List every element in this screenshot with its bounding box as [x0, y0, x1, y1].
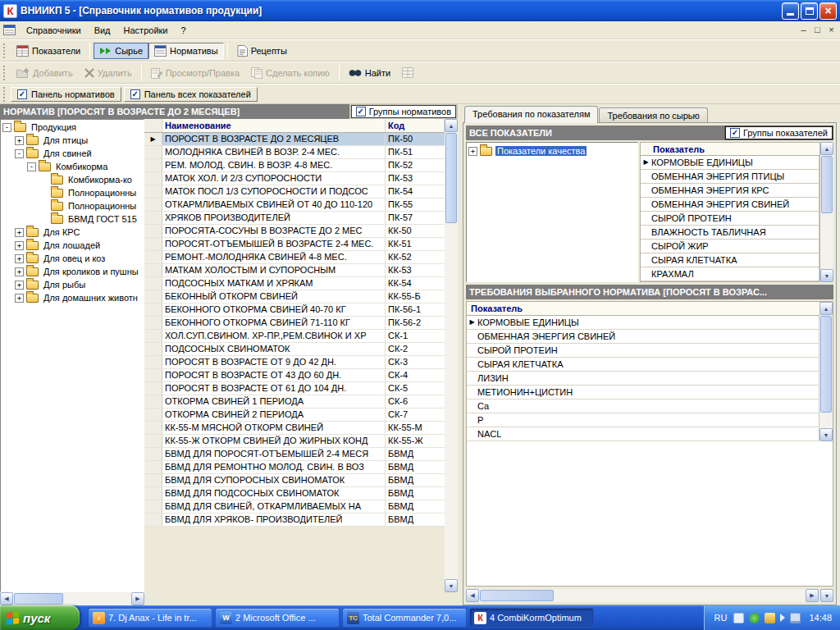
tree-expander-icon[interactable]: +: [15, 294, 24, 303]
scrollbar-thumb[interactable]: [14, 593, 63, 605]
norm-table-row[interactable]: БВМД ДЛЯ СВИНЕЙ, ОТКАРМЛИВАЕМЫХ НА БВМД: [144, 500, 445, 514]
minimize-button[interactable]: [782, 2, 799, 20]
tree-item[interactable]: + Для домашних животн: [1, 291, 144, 304]
requirement-row[interactable]: СЫРОЙ ПРОТЕИН: [467, 344, 819, 358]
indicator-groups-button[interactable]: Группы показателей: [725, 126, 833, 139]
norm-table-row[interactable]: МАТОК ПОСЛ 1/3 СУПОРОСНОСТИ И ПОДСОС ПК-…: [144, 185, 445, 199]
norm-table-row[interactable]: ПОДСОСНЫХ СВИНОМАТОК СК-2: [144, 343, 445, 356]
norm-table-row[interactable]: ОТКАРМЛИВАЕМЫХ СВИНЕЙ ОТ 40 ДО 110-120 П…: [144, 199, 445, 212]
panel-all-indicators-toggle[interactable]: Панель всех показателей: [124, 87, 258, 102]
norm-table-row[interactable]: БЕКОННЫЙ ОТКОРМ СВИНЕЙ КК-55-Б: [144, 290, 445, 304]
scrollbar-thumb[interactable]: [445, 133, 457, 223]
tree-expander-icon[interactable]: +: [468, 147, 477, 156]
indicator-row[interactable]: КРАХМАЛ: [641, 267, 819, 281]
tree-expander-icon[interactable]: +: [15, 241, 24, 250]
tree-expander-icon[interactable]: -: [2, 123, 11, 132]
norm-table-row[interactable]: ХРЯКОВ ПРОИЗВОДИТЕЛЕЙ ПК-57: [144, 212, 445, 225]
requirement-row[interactable]: Р: [467, 413, 819, 427]
requirement-row[interactable]: NACL: [467, 427, 819, 441]
mdi-restore-button[interactable]: □: [810, 24, 824, 36]
toolbar-gripper[interactable]: [3, 43, 7, 58]
start-button[interactable]: пуск: [0, 605, 80, 630]
taskbar-task-total-commander[interactable]: TC Total Commander 7,0...: [342, 608, 467, 628]
tree-item[interactable]: Комбикорма-ко: [1, 173, 144, 186]
tree-item[interactable]: БВМД ГОСТ 515: [1, 212, 144, 226]
scrollbar-thumb[interactable]: [480, 590, 554, 601]
norm-table-row[interactable]: КК-55-Ж ОТКОРМ СВИНЕЙ ДО ЖИРНЫХ КОНД КК-…: [144, 435, 445, 448]
recipes-button[interactable]: Рецепты: [231, 43, 293, 59]
requirements-horizontal-scrollbar[interactable]: ◀ ▶: [466, 589, 819, 602]
requirement-row[interactable]: СЫРАЯ КЛЕТЧАТКА: [467, 358, 819, 372]
language-indicator[interactable]: RU: [714, 613, 728, 623]
scroll-right-button[interactable]: ▶: [131, 592, 144, 605]
norm-table-row[interactable]: МАТКАМ ХОЛОСТЫМ И СУПОРОСНЫМ КК-53: [144, 264, 445, 277]
indicator-row[interactable]: ОБМЕННАЯ ЭНЕРГИЯ ПТИЦЫ: [641, 170, 819, 184]
tree-item[interactable]: Полнорационны: [1, 186, 144, 199]
indicator-row[interactable]: ОБМЕННАЯ ЭНЕРГИЯ КРС: [641, 184, 819, 198]
scrollbar-thumb[interactable]: [821, 156, 833, 213]
taskbar-task-combikorm[interactable]: К 4 CombiKormOptimum: [469, 608, 594, 628]
tree-item[interactable]: - Продукция: [1, 121, 144, 134]
copy-button[interactable]: Сделать копию: [245, 65, 336, 81]
find-button[interactable]: Найти: [343, 66, 396, 80]
scrollbar-thumb[interactable]: [820, 316, 832, 413]
scrollbar-track[interactable]: [445, 132, 458, 579]
norm-table-row[interactable]: МАТОК ХОЛ. И 2/3 СУПОРОСНОСТИ ПК-53: [144, 172, 445, 185]
tree-item[interactable]: + Для рыбы: [1, 278, 144, 291]
mdi-close-button[interactable]: ×: [824, 24, 838, 36]
tray-display-icon[interactable]: [790, 613, 801, 623]
tree-item[interactable]: - Для свиней: [1, 147, 144, 160]
norm-table-row[interactable]: БВМД ДЛЯ РЕМОНТНО МОЛОД. СВИН. В ВОЗ БВМ…: [144, 461, 445, 474]
norm-table-row[interactable]: ПОРОСЯТ-ОТЪЕМЫШЕЙ В ВОЗРАСТЕ 2-4 МЕС. КК…: [144, 238, 445, 251]
normatives-vertical-scrollbar[interactable]: ▲ ▼: [445, 119, 458, 592]
requirement-row[interactable]: КОРМОВЫЕ ЕДИНИЦЫ: [467, 316, 819, 330]
tab-requirements-by-indicators[interactable]: Требования по показателям: [464, 106, 598, 123]
menu-spravochniki[interactable]: Справочники: [20, 24, 88, 37]
norm-table-row[interactable]: РЕМОНТ.-МОЛОДНЯКА СВИНЕЙ 4-8 МЕС. КК-52: [144, 251, 445, 264]
tree-expander-icon[interactable]: +: [15, 281, 24, 290]
norm-table-row[interactable]: ПОРОСЯТ В ВОЗРАСТЕ ОТ 43 ДО 60 ДН. СК-4: [144, 369, 445, 382]
normatives-button[interactable]: Нормативы: [148, 43, 224, 59]
norm-table-row[interactable]: БВМД ДЛЯ ПОРОСЯТ-ОТЪЕМЫШЕЙ 2-4 МЕСЯ БВМД: [144, 448, 445, 461]
menu-help[interactable]: ?: [174, 24, 192, 37]
requirement-row[interactable]: ЛИЗИН: [467, 372, 819, 386]
scroll-left-button[interactable]: ◀: [466, 589, 479, 602]
panel-normatives-toggle[interactable]: Панель нормативов: [11, 87, 121, 102]
tray-antivirus-icon[interactable]: [749, 613, 760, 623]
clock[interactable]: 14:48: [809, 613, 832, 623]
tree-item[interactable]: - Комбикорма: [1, 160, 144, 173]
scroll-down-button[interactable]: ▼: [820, 269, 833, 282]
tray-app-icon[interactable]: [733, 613, 744, 623]
maximize-button[interactable]: [801, 2, 818, 20]
name-column-header[interactable]: Наименование: [162, 119, 386, 132]
tree-item[interactable]: + Для лошадей: [1, 239, 144, 252]
tree-item[interactable]: Полнорационны: [1, 199, 144, 212]
code-column-header[interactable]: Код: [386, 119, 445, 132]
tree-item[interactable]: + Для овец и коз: [1, 252, 144, 265]
indicator-row[interactable]: СЫРАЯ КЛЕТЧАТКА: [641, 253, 819, 267]
scroll-down-button[interactable]: ▼: [820, 589, 833, 602]
norm-table-row[interactable]: МОЛОДНЯКА СВИНЕЙ В ВОЗР. 2-4 МЕС. ПК-51: [144, 146, 445, 159]
taskbar-task-office[interactable]: W 2 Microsoft Office ...: [215, 608, 340, 628]
scroll-up-button[interactable]: ▲: [820, 142, 833, 155]
indicators-vertical-scrollbar[interactable]: ▲ ▼: [820, 142, 833, 282]
norm-table-row[interactable]: ПОРОСЯТ В ВОЗРАСТЕ ОТ 9 ДО 42 ДН. СК-3: [144, 356, 445, 369]
requirements-vertical-scrollbar[interactable]: ▲ ▼: [819, 302, 833, 441]
tree-expander-icon[interactable]: -: [15, 149, 24, 158]
norm-table-row[interactable]: ПОРОСЯТА-СОСУНЫ В ВОЗРАСТЕ ДО 2 МЕС КК-5…: [144, 225, 445, 238]
scroll-left-button[interactable]: ◀: [0, 592, 13, 605]
norm-table-row[interactable]: ПОРОСЯТ В ВОЗРАСТЕ ДО 2 МЕСЯЦЕВ ПК-50: [144, 133, 445, 146]
tray-update-icon[interactable]: [765, 613, 775, 623]
scrollbar-track[interactable]: [820, 155, 833, 269]
norm-table-row[interactable]: ОТКОРМА СВИНЕЙ 2 ПЕРИОДА СК-7: [144, 409, 445, 422]
tray-volume-icon[interactable]: [780, 614, 785, 622]
add-button[interactable]: Добавить: [11, 65, 79, 80]
norm-table-row[interactable]: БВМД ДЛЯ ХРЯКОВ- ПРОИЗВОДИТЕЛЕЙ БВМД: [144, 514, 445, 527]
export-button[interactable]: [396, 65, 419, 80]
scroll-up-button[interactable]: ▲: [445, 119, 458, 132]
norm-table-row[interactable]: БВМД ДЛЯ ПОДСОСНЫХ СВИНОМАТОК БВМД: [144, 487, 445, 500]
menu-vid[interactable]: Вид: [88, 24, 117, 37]
tree-horizontal-scrollbar[interactable]: ◀ ▶: [0, 592, 144, 605]
tree-expander-icon[interactable]: -: [27, 162, 36, 171]
norm-table-row[interactable]: БЕКОННОГО ОТКОРМА СВИНЕЙ 71-110 КГ ПК-56…: [144, 317, 445, 330]
